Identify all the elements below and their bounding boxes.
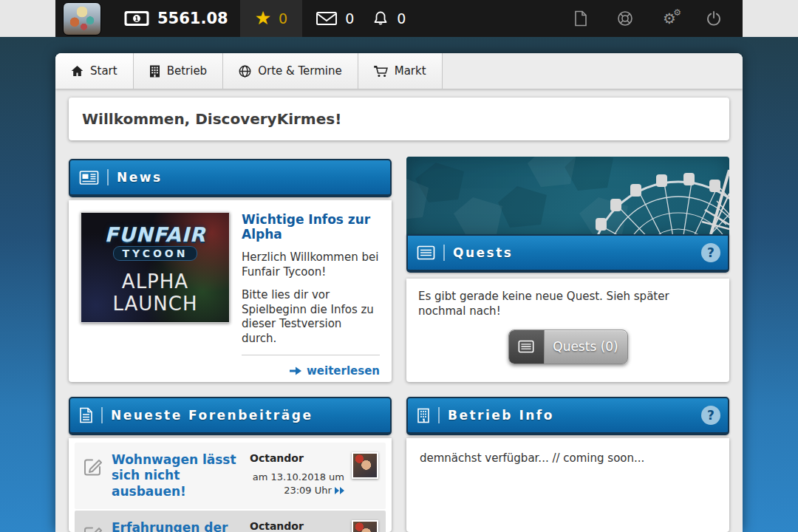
forum-post-row[interactable]: Wohnwagen lässt sich nicht ausbauen! Oct… [75,443,386,509]
money-value: 5561.08 [157,10,228,27]
quests-banner-image [406,157,729,234]
forum-post-title[interactable]: Erfahrungen der [112,520,242,532]
cart-icon [374,65,388,78]
tab-betrieb[interactable]: Betrieb [134,53,224,89]
alert-counter[interactable]: 0 [372,10,406,27]
news-panel: News FUNFAIR TYCOON ALPHA LAUNCH Wichtig… [69,159,392,382]
news-panel-body: FUNFAIR TYCOON ALPHA LAUNCH Wichtige Inf… [69,200,392,382]
logo-line2: TYCOON [113,246,198,261]
betrieb-info-text: demnächst verfügbar... // coming soon... [420,451,716,465]
welcome-card: Willkommen, DiscoveryKirmes! [69,98,729,140]
money-display[interactable]: 5561.08 [123,10,228,27]
tab-label: Betrieb [167,64,208,78]
article-paragraph: Bitte lies dir vor Spielbeginn die Infos… [242,288,380,346]
logo-line1: FUNFAIR [81,223,229,246]
header-separator [101,407,103,423]
tab-markt[interactable]: Markt [358,53,443,89]
panel-title: Neueste Forenbeiträge [111,408,313,423]
forum-post-row[interactable]: Erfahrungen der Octandor [75,511,386,532]
news-article-image[interactable]: FUNFAIR TYCOON ALPHA LAUNCH [81,212,230,323]
star-counter[interactable]: ★ 0 [240,0,303,37]
star-icon: ★ [255,0,271,37]
tab-orte-termine[interactable]: Orte & Termine [223,53,358,89]
star-count: 0 [279,10,287,27]
forum-panel-header: Neueste Forenbeiträge [69,397,392,435]
betrieb-info-panel: Betrieb Info ? demnächst verfügbar... //… [406,397,729,532]
main-container: Start Betrieb [55,53,743,532]
forum-post-author[interactable]: Octandor [250,520,344,532]
forum-post-meta: Octandor [250,520,344,532]
panel-title: News [117,170,163,185]
building-icon [149,65,160,78]
image-caption: ALPHA LAUNCH [81,270,229,315]
forum-post-meta: Octandor am 13.10.2018 um 23:09 Uhr [250,452,344,497]
betrieb-panel-header: Betrieb Info ? [406,397,729,435]
quests-button[interactable]: Quests (0) [508,330,628,364]
forum-post-date: am 13.10.2018 um 23:09 Uhr [250,471,344,497]
arrow-right-icon [290,366,301,376]
forum-panel: Neueste Forenbeiträge Wohnwagen lässt si… [69,397,392,532]
edit-icon [82,523,104,532]
header-separator [443,245,445,261]
alert-count: 0 [397,10,406,27]
read-more-link[interactable]: weiterlesen [242,355,380,378]
topbar-system-icons: ⚙⚙ [574,10,722,27]
panel-title: Quests [453,245,513,260]
mail-count: 0 [345,10,354,27]
main-nav: Start Betrieb [55,53,743,89]
tab-label: Orte & Termine [258,64,342,78]
forum-page-icon [79,407,93,423]
newspaper-icon [79,170,99,185]
article-title[interactable]: Wichtige Infos zur Alpha [242,212,380,242]
quests-panel: Quests ? Es gibt gerade keine neue Quest… [406,157,729,382]
forum-post-title[interactable]: Wohnwagen lässt sich nicht ausbauen! [112,452,242,499]
mail-counter[interactable]: 0 [316,10,354,27]
page-title: Willkommen, DiscoveryKirmes! [69,110,341,128]
news-article: Wichtige Infos zur Alpha Herzlich Willko… [242,212,380,370]
funfair-logo: FUNFAIR TYCOON [81,223,229,261]
article-paragraph: Herzlich Willkommen bei Funfair Tycoon! [242,250,380,279]
globe-icon [239,65,251,78]
bell-icon [372,10,389,27]
forum-post-avatar[interactable] [352,520,378,532]
betrieb-panel-body: demnächst verfügbar... // coming soon... [406,438,729,532]
quest-list-icon [509,330,545,364]
panel-title: Betrieb Info [448,408,554,423]
topbar: 5561.08 ★ 0 0 0 [55,0,743,37]
page: 5561.08 ★ 0 0 0 [0,0,798,532]
mail-icon [316,10,338,27]
quests-panel-body: Es gibt gerade keine neue Quest. Sieh sp… [406,279,729,382]
question-icon[interactable]: ? [701,406,720,425]
forum-panel-body: Wohnwagen lässt sich nicht ausbauen! Oct… [69,438,392,532]
forum-post-avatar[interactable] [352,452,378,479]
gears-icon[interactable]: ⚙⚙ [663,11,676,26]
edit-icon [82,455,104,477]
double-arrow-icon[interactable] [335,485,344,496]
read-more-label: weiterlesen [307,364,380,378]
quests-panel-header: Quests ? [406,234,729,273]
tab-label: Start [90,64,117,78]
quest-list-icon [417,245,435,260]
home-icon [71,65,83,77]
news-panel-header: News [69,159,392,197]
header-separator [107,169,109,185]
building-icon [417,408,430,423]
header-separator [438,407,440,423]
document-icon[interactable] [574,10,587,27]
question-icon[interactable]: ? [701,243,720,262]
support-ring-icon[interactable] [617,10,633,27]
tab-start[interactable]: Start [55,53,134,89]
power-icon[interactable] [706,10,722,27]
tab-label: Markt [395,64,426,78]
quests-empty-text: Es gibt gerade keine neue Quest. Sieh sp… [418,289,717,319]
avatar[interactable] [63,2,101,35]
forum-post-author[interactable]: Octandor [250,452,344,464]
quests-button-label: Quests (0) [545,330,627,364]
banknote-icon [123,10,150,27]
